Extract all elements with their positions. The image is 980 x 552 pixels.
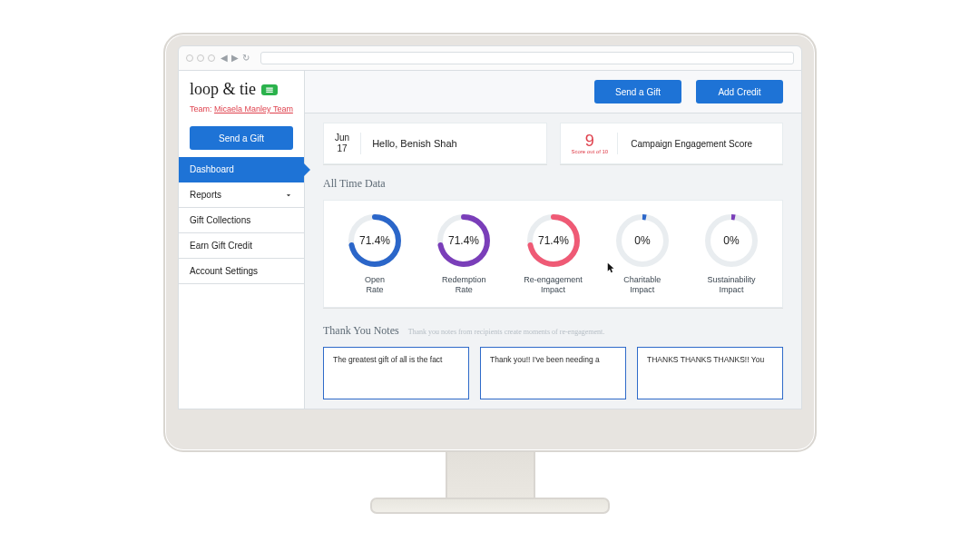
date-block: Jun 17	[335, 133, 361, 154]
team-line: Team: Micaela Manley Team	[179, 104, 304, 121]
nav-arrows: ◀ ▶ ↻	[220, 54, 250, 63]
sidebar-item-account-settings[interactable]: Account Settings	[179, 259, 304, 284]
app-viewport: loop & tie Team: Micaela Manley Team Sen…	[178, 71, 802, 409]
brand-tag-icon	[261, 84, 278, 95]
svg-text:0%: 0%	[634, 234, 651, 247]
donut-chart: 71.4%	[524, 212, 583, 270]
score-value: 9	[585, 133, 594, 149]
stat-charitable-impact: 0% CharitableImpact	[603, 212, 682, 296]
brand-name: loop & tie	[190, 80, 256, 99]
score-label: Campaign Engagement Score	[631, 139, 752, 149]
notes-header: Thank You Notes Thank you notes from rec…	[323, 320, 783, 338]
chevron-down-icon	[284, 191, 293, 200]
stat-label: CharitableImpact	[623, 275, 661, 296]
topbar: Send a Gift Add Credit	[305, 71, 801, 113]
monitor-base	[370, 498, 610, 514]
sidebar-item-label: Gift Collections	[190, 215, 250, 225]
donut-chart: 71.4%	[346, 212, 404, 270]
cursor-icon	[607, 261, 615, 277]
svg-text:71.4%: 71.4%	[448, 234, 479, 247]
monitor-stand	[446, 452, 535, 498]
section-notes-title: Thank You Notes	[323, 324, 399, 338]
stat-label: Re-engagementImpact	[524, 275, 583, 296]
notes-row: The greatest gift of all is the fact Tha…	[323, 347, 783, 399]
donut-chart: 71.4%	[435, 212, 493, 270]
brand: loop & tie	[179, 71, 304, 104]
svg-text:0%: 0%	[723, 234, 740, 247]
donut-chart: 0%	[702, 212, 760, 270]
hello-card: Jun 17 Hello, Benish Shah	[323, 123, 547, 164]
thank-you-note[interactable]: Thank you!! I've been needing a	[480, 347, 626, 399]
sidebar-item-gift-collections[interactable]: Gift Collections	[179, 208, 304, 233]
donut-chart: 0%	[613, 212, 671, 270]
thank-you-note[interactable]: The greatest gift of all is the fact	[323, 347, 469, 399]
sidebar-item-reports[interactable]: Reports	[179, 182, 304, 208]
url-bar[interactable]	[260, 52, 794, 64]
sidebar-item-label: Account Settings	[190, 266, 258, 276]
close-dot[interactable]	[186, 54, 193, 62]
section-all-time-title: All Time Data	[323, 177, 783, 191]
sidebar: loop & tie Team: Micaela Manley Team Sen…	[179, 71, 305, 409]
date-month: Jun	[335, 133, 349, 143]
stat-label: OpenRate	[365, 275, 385, 296]
team-label: Team:	[190, 104, 212, 113]
sidebar-item-label: Dashboard	[190, 164, 234, 174]
stat-redemption-rate: 71.4% RedemptionRate	[424, 212, 504, 296]
back-icon[interactable]: ◀	[220, 54, 228, 63]
stat-label: SustainabilityImpact	[707, 275, 755, 296]
forward-icon[interactable]: ▶	[231, 54, 239, 63]
main: Send a Gift Add Credit Jun 17 Hello, Ben…	[305, 71, 801, 409]
stats-card: 71.4% OpenRate 71.4% RedemptionRate 71.4…	[323, 200, 783, 308]
send-gift-button[interactable]: Send a Gift	[594, 80, 681, 104]
browser-chrome: ◀ ▶ ↻	[178, 45, 802, 71]
stat-label: RedemptionRate	[442, 275, 486, 296]
min-dot[interactable]	[197, 54, 204, 62]
score-card: 9 Score out of 10 Campaign Engagement Sc…	[560, 123, 784, 164]
content: Jun 17 Hello, Benish Shah 9 Score out of…	[305, 113, 801, 409]
max-dot[interactable]	[208, 54, 215, 62]
monitor-bezel: ◀ ▶ ↻ loop & tie Team: Micaela Manley Te…	[163, 33, 817, 452]
stat-re-engagement-impact: 71.4% Re-engagementImpact	[513, 212, 593, 296]
reload-icon[interactable]: ↻	[242, 54, 250, 63]
window-controls[interactable]	[186, 54, 215, 62]
svg-text:71.4%: 71.4%	[359, 234, 390, 247]
team-link[interactable]: Micaela Manley Team	[214, 104, 293, 113]
thank-you-note[interactable]: THANKS THANKS THANKS!! You	[637, 347, 783, 399]
sidebar-send-gift-button[interactable]: Send a Gift	[190, 126, 293, 150]
stat-sustainability-impact: 0% SustainabilityImpact	[691, 212, 771, 296]
stat-open-rate: 71.4% OpenRate	[335, 212, 415, 296]
score-col: 9 Score out of 10	[572, 133, 619, 154]
add-credit-button[interactable]: Add Credit	[696, 80, 783, 104]
sidebar-item-label: Earn Gift Credit	[190, 241, 252, 251]
sidebar-item-dashboard[interactable]: Dashboard	[179, 157, 304, 182]
svg-text:71.4%: 71.4%	[537, 234, 568, 247]
sidebar-item-earn-gift-credit[interactable]: Earn Gift Credit	[179, 233, 304, 259]
sidebar-nav: Dashboard Reports Gift Collections Earn …	[179, 157, 304, 284]
summary-cards: Jun 17 Hello, Benish Shah 9 Score out of…	[323, 123, 783, 164]
sidebar-item-label: Reports	[190, 190, 221, 200]
greeting-text: Hello, Benish Shah	[372, 138, 457, 149]
monitor-frame: ◀ ▶ ↻ loop & tie Team: Micaela Manley Te…	[163, 33, 817, 514]
date-day: 17	[335, 143, 349, 154]
section-notes-subtitle: Thank you notes from recipients create m…	[408, 328, 605, 336]
score-scale: Score out of 10	[572, 149, 609, 154]
